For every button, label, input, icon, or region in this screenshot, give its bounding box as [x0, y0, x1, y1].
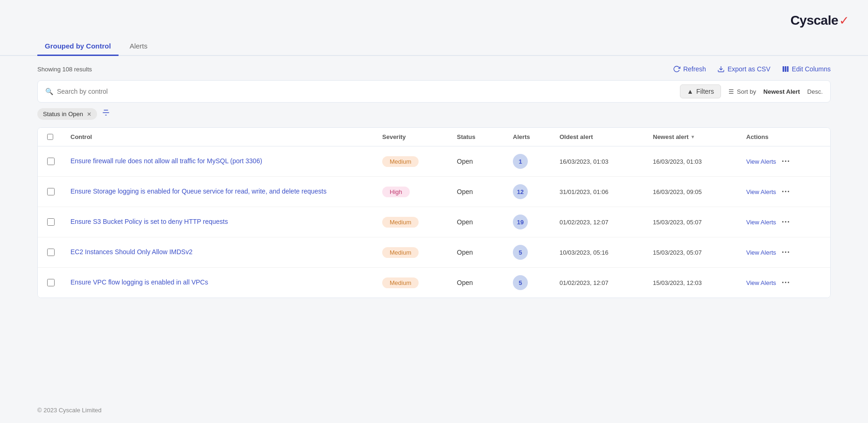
control-link-2[interactable]: Ensure S3 Bucket Policy is set to deny H… — [70, 218, 228, 225]
status-cell-0: Open — [457, 157, 513, 166]
results-count: Showing 108 results — [37, 66, 92, 73]
row-checkbox-3[interactable] — [47, 249, 55, 256]
filter-sort-group: ▲ Filters ☰ Sort by Newest Alert Desc. — [680, 84, 823, 98]
status-cell-4: Open — [457, 278, 513, 287]
severity-cell-0: Medium — [382, 156, 457, 167]
actions-cell-3: View Alerts ··· — [746, 248, 821, 257]
sort-prefix: Sort by — [737, 88, 756, 95]
copyright-text: © 2023 Cyscale Limited — [37, 407, 101, 414]
col-header-newest-alert[interactable]: Newest alert ▼ — [653, 133, 746, 140]
oldest-alert-date-4: 01/02/2023, 12:07 — [560, 279, 609, 286]
more-options-button-4[interactable]: ··· — [782, 278, 790, 288]
row-checkbox-0[interactable] — [47, 158, 55, 165]
severity-cell-4: Medium — [382, 277, 457, 288]
newest-alert-date-3: 15/03/2023, 05:07 — [653, 249, 702, 256]
export-label: Export as CSV — [728, 65, 770, 73]
newest-alert-date-0: 16/03/2023, 01:03 — [653, 158, 702, 165]
severity-badge-3: Medium — [382, 247, 419, 258]
col-header-oldest-alert: Oldest alert — [560, 133, 653, 140]
sort-field: Newest Alert — [763, 88, 800, 95]
col-header-control: Control — [70, 133, 382, 140]
view-alerts-link-3[interactable]: View Alerts — [746, 249, 776, 256]
view-alerts-link-1[interactable]: View Alerts — [746, 188, 776, 195]
alerts-cell-1: 12 — [513, 184, 560, 199]
control-cell-1: Ensure Storage logging is enabled for Qu… — [70, 187, 382, 196]
oldest-alert-cell-4: 01/02/2023, 12:07 — [560, 278, 653, 287]
filter-icon: ▲ — [687, 88, 693, 95]
more-options-button-0[interactable]: ··· — [782, 157, 790, 166]
status-text-1: Open — [457, 188, 473, 195]
actions-cell-0: View Alerts ··· — [746, 157, 821, 166]
newest-alert-cell-4: 15/03/2023, 12:03 — [653, 278, 746, 287]
control-cell-0: Ensure firewall rule does not allow all … — [70, 157, 382, 166]
oldest-alert-date-2: 01/02/2023, 12:07 — [560, 219, 609, 226]
more-options-button-3[interactable]: ··· — [782, 248, 790, 257]
view-alerts-link-4[interactable]: View Alerts — [746, 279, 776, 286]
alerts-cell-3: 5 — [513, 245, 560, 260]
add-filter-button[interactable] — [102, 109, 110, 119]
alerts-cell-0: 1 — [513, 154, 560, 169]
severity-badge-0: Medium — [382, 156, 419, 167]
add-filter-icon — [102, 109, 110, 118]
tabs-container: Grouped by Control Alerts — [0, 0, 868, 56]
newest-alert-cell-0: 16/03/2023, 01:03 — [653, 157, 746, 166]
svg-rect-3 — [787, 66, 788, 72]
row-checkbox-cell — [47, 218, 70, 226]
actions-cell-2: View Alerts ··· — [746, 217, 821, 227]
newest-alert-cell-1: 16/03/2023, 09:05 — [653, 187, 746, 196]
control-link-1[interactable]: Ensure Storage logging is enabled for Qu… — [70, 187, 327, 195]
alerts-badge-4: 5 — [513, 275, 528, 290]
alerts-cell-2: 19 — [513, 215, 560, 229]
severity-cell-2: Medium — [382, 217, 457, 228]
row-checkbox-4[interactable] — [47, 279, 55, 286]
search-icon: 🔍 — [45, 88, 53, 95]
table-row: Ensure VPC flow logging is enabled in al… — [38, 268, 830, 298]
oldest-alert-cell-0: 16/03/2023, 01:03 — [560, 157, 653, 166]
control-link-3[interactable]: EC2 Instances Should Only Allow IMDSv2 — [70, 248, 192, 256]
more-options-button-2[interactable]: ··· — [782, 217, 790, 227]
status-text-0: Open — [457, 158, 473, 165]
control-link-0[interactable]: Ensure firewall rule does not allow all … — [70, 157, 262, 165]
row-checkbox-2[interactable] — [47, 218, 55, 226]
table-header: Control Severity Status Alerts Oldest al… — [38, 128, 830, 146]
filter-chip-label: Status in Open — [43, 111, 83, 118]
oldest-alert-cell-2: 01/02/2023, 12:07 — [560, 218, 653, 226]
remove-filter-button[interactable]: ✕ — [87, 111, 91, 118]
view-alerts-link-2[interactable]: View Alerts — [746, 219, 776, 226]
newest-alert-date-1: 16/03/2023, 09:05 — [653, 188, 702, 195]
refresh-label: Refresh — [683, 65, 706, 73]
more-options-button-1[interactable]: ··· — [782, 187, 790, 197]
view-alerts-link-0[interactable]: View Alerts — [746, 158, 776, 165]
search-input[interactable] — [57, 88, 680, 95]
logo: Cyscale ✓ — [791, 13, 849, 28]
sort-button[interactable]: ☰ Sort by Newest Alert Desc. — [728, 88, 823, 95]
filters-button[interactable]: ▲ Filters — [680, 84, 721, 98]
export-csv-button[interactable]: Export as CSV — [717, 65, 770, 73]
row-checkbox-1[interactable] — [47, 188, 55, 195]
severity-cell-1: High — [382, 187, 457, 197]
edit-columns-button[interactable]: Edit Columns — [782, 65, 831, 73]
filter-chip-status: Status in Open ✕ — [37, 108, 97, 120]
table-row: Ensure S3 Bucket Policy is set to deny H… — [38, 207, 830, 237]
tab-alerts[interactable]: Alerts — [122, 37, 155, 56]
control-cell-4: Ensure VPC flow logging is enabled in al… — [70, 278, 382, 287]
columns-icon — [782, 65, 789, 73]
newest-alert-cell-2: 15/03/2023, 05:07 — [653, 218, 746, 226]
newest-alert-sort-arrow: ▼ — [691, 134, 695, 139]
alerts-cell-4: 5 — [513, 275, 560, 290]
logo-text: Cyscale — [791, 13, 838, 28]
newest-alert-date-4: 15/03/2023, 12:03 — [653, 279, 702, 286]
col-header-severity: Severity — [382, 133, 457, 140]
row-checkbox-cell — [47, 188, 70, 195]
oldest-alert-cell-3: 10/03/2023, 05:16 — [560, 248, 653, 257]
col-header-checkbox — [47, 133, 70, 140]
search-input-wrapper: 🔍 — [45, 88, 680, 95]
logo-checkmark: ✓ — [839, 14, 849, 28]
refresh-button[interactable]: Refresh — [673, 65, 706, 73]
control-link-4[interactable]: Ensure VPC flow logging is enabled in al… — [70, 278, 208, 286]
actions-cell-4: View Alerts ··· — [746, 278, 821, 288]
alerts-badge-3: 5 — [513, 245, 528, 260]
status-cell-1: Open — [457, 187, 513, 196]
tab-grouped-by-control[interactable]: Grouped by Control — [37, 37, 119, 56]
select-all-checkbox[interactable] — [47, 134, 53, 140]
